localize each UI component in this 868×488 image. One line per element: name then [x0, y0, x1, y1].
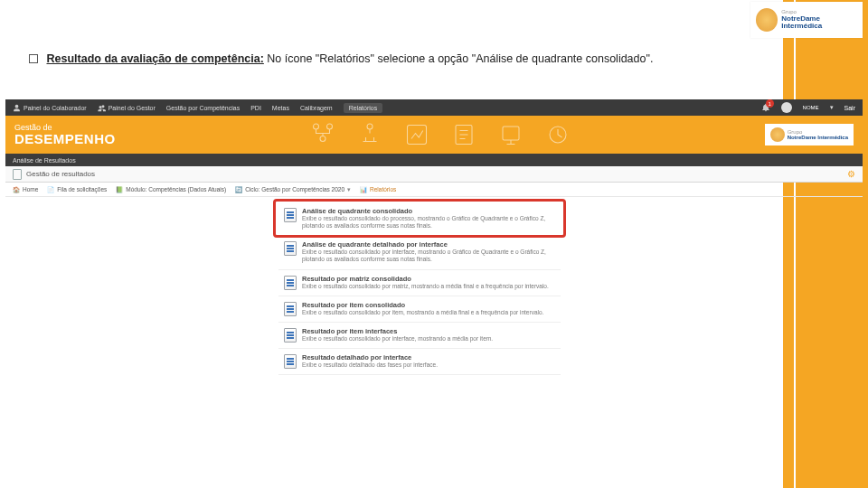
instruction-rest: No ícone "Relatórios" selecione a opção … — [264, 52, 654, 65]
svg-rect-6 — [503, 127, 519, 140]
crumb-home[interactable]: 🏠 Home — [13, 186, 38, 193]
report-icon — [284, 354, 297, 369]
subbar: Análise de Resultados — [5, 154, 863, 166]
report-quadrante-interface[interactable]: Análise de quadrante detalhado por inter… — [278, 236, 561, 269]
report-quadrante-consolidado[interactable]: Análise de quadrante consolidadoExibe o … — [278, 202, 561, 236]
instruction-lead: Resultado da avaliação de competência: — [46, 52, 263, 65]
nav-painel-colaborador[interactable]: Painel do Colaborador — [13, 104, 87, 112]
reports-list: Análise de quadrante consolidadoExibe o … — [278, 202, 561, 375]
report-matriz-consolidado[interactable]: Resultado por matriz consolidadoExibe o … — [278, 270, 561, 296]
report-icon — [284, 328, 297, 343]
nav-painel-gestor[interactable]: Painel do Gestor — [98, 104, 156, 112]
nav-pdi[interactable]: PDI — [250, 105, 261, 111]
svg-point-1 — [326, 124, 332, 129]
crumb-fila[interactable]: 📄 Fila de solicitações — [47, 186, 107, 193]
sun-icon — [770, 127, 785, 142]
banner-main: DESEMPENHO — [14, 132, 116, 145]
report-icon — [284, 276, 297, 290]
banner-deco — [309, 121, 571, 148]
top-logo: Grupo NotreDame Intermédica — [750, 2, 863, 38]
notification-badge: 1 — [766, 99, 774, 108]
nav-competencias[interactable]: Gestão por Competências — [166, 105, 240, 111]
chevron-down-icon[interactable]: ▾ — [830, 104, 834, 111]
avatar[interactable] — [781, 102, 792, 113]
svg-point-2 — [320, 136, 326, 142]
bell-icon[interactable]: 1 — [761, 103, 770, 112]
crumb-ciclo[interactable]: 🔄 Ciclo: Gestão por Competências 2020 ▾ — [235, 186, 351, 193]
bullet-square-icon — [29, 54, 38, 63]
nav-relatorios[interactable]: Relatórios — [344, 103, 383, 113]
report-icon — [284, 241, 297, 256]
report-detalhado-interface[interactable]: Resultado detalhado por interfaceExibe o… — [278, 349, 561, 375]
sun-icon — [756, 8, 778, 32]
menubar: Painel do Colaborador Painel do Gestor G… — [5, 99, 863, 116]
section-header: Gestão de resultados ⚙ — [5, 166, 863, 183]
document-icon — [13, 169, 22, 180]
svg-point-0 — [313, 124, 318, 129]
svg-point-3 — [367, 124, 373, 129]
logout-link[interactable]: Sair — [844, 105, 855, 111]
instruction-line: Resultado da avaliação de competência: N… — [29, 52, 653, 65]
report-icon — [284, 302, 297, 316]
logo-brand: NotreDame Intermédica — [781, 15, 857, 32]
gear-icon[interactable]: ⚙ — [847, 169, 855, 179]
user-name: NOME — [803, 105, 819, 110]
crumb-relatorios[interactable]: 📊 Relatórios — [360, 186, 396, 193]
crumb-modulo[interactable]: 📗 Módulo: Competências (Dados Atuais) — [116, 186, 226, 193]
banner-logo: Grupo NotreDame Intermédica — [765, 124, 854, 145]
nav-calibragem[interactable]: Calibragem — [300, 105, 333, 111]
app-screenshot: Painel do Colaborador Painel do Gestor G… — [5, 99, 863, 407]
section-title: Gestão de resultados — [26, 170, 95, 178]
report-item-consolidado[interactable]: Resultado por item consolidadoExibe o re… — [278, 296, 561, 323]
report-item-interfaces[interactable]: Resultado por item interfacesExibe o res… — [278, 323, 561, 349]
nav-metas[interactable]: Metas — [272, 105, 289, 111]
report-icon — [284, 208, 297, 222]
breadcrumb: 🏠 Home 📄 Fila de solicitações 📗 Módulo: … — [5, 183, 863, 197]
banner: Gestão de DESEMPENHO Grupo NotreDame Int… — [5, 116, 863, 154]
